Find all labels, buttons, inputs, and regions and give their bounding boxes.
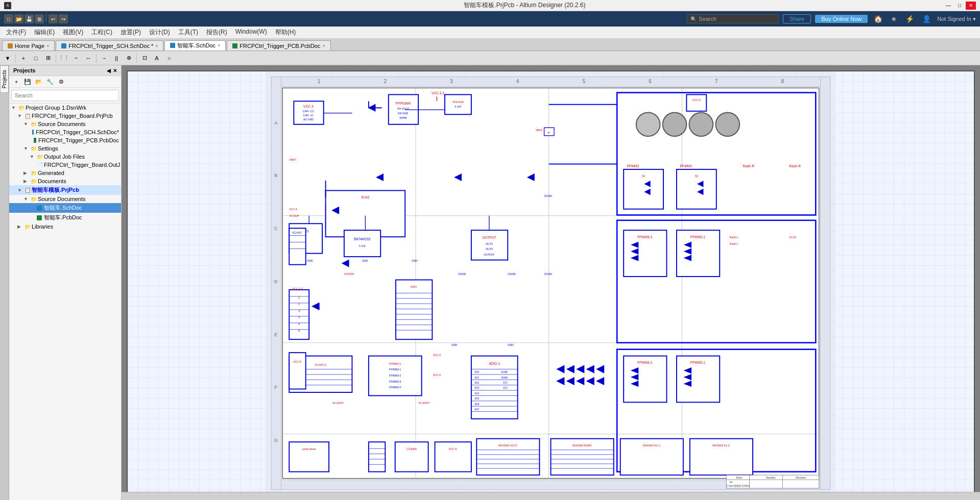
tree-icon-out1: 📁 bbox=[37, 154, 43, 160]
sch-tb-btn-10[interactable]: ⊡ bbox=[139, 53, 150, 63]
svg-text:VCC-5: VCC-5 bbox=[289, 208, 297, 211]
menu-item-e[interactable]: 编辑(E) bbox=[30, 27, 59, 38]
sch-tb-btn-4[interactable]: ⋮⋮ bbox=[58, 53, 69, 63]
tree-item-doc1[interactable]: ▶📁 Documents bbox=[9, 177, 121, 185]
tab-close-pcb_trigger[interactable]: × bbox=[322, 43, 325, 48]
tree-item-out1[interactable]: ▼📁 Output Job Files bbox=[9, 153, 121, 161]
user-icon[interactable]: 👤 bbox=[920, 14, 933, 24]
sch-tb-btn-6[interactable]: ↔ bbox=[83, 53, 94, 63]
sch-tb-btn-1[interactable]: + bbox=[18, 53, 29, 63]
open-btn[interactable]: 📂 bbox=[14, 14, 23, 23]
home-icon[interactable]: 🏠 bbox=[872, 14, 885, 24]
sch-tb-btn-7[interactable]: → bbox=[99, 53, 110, 63]
panel-pin-btn[interactable]: ◀ bbox=[107, 68, 111, 73]
tab-sch_main[interactable]: 智能车.SchDoc× bbox=[164, 40, 226, 51]
menu-item-f[interactable]: 文件(F) bbox=[2, 27, 30, 38]
sch-tb-btn-5[interactable]: ~ bbox=[70, 53, 82, 63]
svg-text:TPS7A45: TPS7A45 bbox=[452, 101, 464, 104]
menu-item-p[interactable]: 放置(P) bbox=[116, 27, 145, 38]
sch-tb-btn-12[interactable]: ○ bbox=[163, 53, 175, 63]
tree-item-group1[interactable]: ▼📁 Project Group 1.DsnWrk bbox=[9, 104, 121, 112]
svg-text:AD5: AD5 bbox=[474, 397, 479, 400]
altium-logo: A bbox=[4, 2, 11, 9]
user-status[interactable]: Not Signed In ▾ bbox=[937, 16, 976, 22]
tab-pcb_trigger[interactable]: FRCPCtrl_Trigger_PCB.PcbDoc× bbox=[227, 40, 330, 51]
tree-arrow-proj2: ▼ bbox=[17, 188, 23, 193]
svg-text:VBAT-: VBAT- bbox=[289, 158, 297, 161]
panel-close-btn[interactable]: ✕ bbox=[113, 68, 117, 73]
save-btn[interactable]: 💾 bbox=[25, 14, 34, 23]
sch-tb-btn-11[interactable]: A bbox=[151, 53, 162, 63]
tab-home[interactable]: Home Page× bbox=[2, 40, 55, 51]
tree-label-gen1: Generated bbox=[38, 170, 64, 176]
menu-item-windoww[interactable]: Window(W) bbox=[231, 27, 271, 38]
tree-item-proj2[interactable]: ▼📋 智能车模板.PrjPcb bbox=[9, 185, 121, 195]
save-all-btn[interactable]: ⊞ bbox=[35, 14, 44, 23]
svg-text:OGND: OGND bbox=[544, 272, 553, 276]
menu-item-h[interactable]: 帮助(H) bbox=[271, 27, 300, 38]
svg-text:SCA KEY: SCA KEY bbox=[292, 232, 302, 234]
sch-tb-btn-0[interactable]: ▼ bbox=[2, 53, 13, 63]
svg-text:Y A B: Y A B bbox=[359, 244, 366, 247]
svg-text:7: 7 bbox=[715, 79, 718, 84]
tree-label-pcb2: 智能车.PcbDoc bbox=[44, 214, 82, 221]
tree-item-sch2[interactable]: 智能车.SchDoc bbox=[9, 203, 121, 213]
sheet-inner[interactable]: 1 2 3 4 5 6 7 8 A B C D E F G bbox=[128, 71, 974, 495]
tree-item-outf1[interactable]: 📄 FRCPCtrl_Trigger_Board.OutJ bbox=[9, 161, 121, 169]
buy-button[interactable]: Buy Online Now bbox=[815, 15, 868, 23]
menu-item-d[interactable]: 设计(D) bbox=[145, 27, 174, 38]
share-button[interactable]: Share bbox=[783, 14, 811, 23]
svg-text:AD7: AD7 bbox=[474, 408, 479, 411]
tab-close-sch_main[interactable]: × bbox=[218, 43, 220, 48]
redo-btn[interactable]: ↪ bbox=[59, 14, 68, 23]
svg-text:4: 4 bbox=[298, 316, 300, 319]
bookmark-icon[interactable]: ★ bbox=[889, 14, 899, 24]
left-vert-panel: Projects bbox=[0, 65, 9, 500]
svg-text:FPWM3-2: FPWM3-2 bbox=[389, 374, 401, 377]
projects-vert-tab[interactable]: Projects bbox=[0, 65, 9, 93]
tree-icon-proj2: 📋 bbox=[25, 187, 31, 193]
menu-item-t[interactable]: 工具(T) bbox=[174, 27, 202, 38]
lightning-icon[interactable]: ⚡ bbox=[903, 14, 916, 24]
tree-item-src2[interactable]: ▼📁 Source Documents bbox=[9, 195, 121, 203]
svg-text:C: C bbox=[274, 226, 278, 231]
tree-item-src1[interactable]: ▼📁 Source Documents bbox=[9, 120, 121, 128]
menu-item-v[interactable]: 视图(V) bbox=[59, 27, 87, 38]
new-doc-btn[interactable]: □ bbox=[4, 14, 13, 23]
window-title: 智能车模板.PrjPcb - Altium Designer (20.2.6) bbox=[106, 1, 943, 10]
add-item-btn[interactable]: + bbox=[11, 77, 21, 86]
svg-text:5: 5 bbox=[582, 79, 585, 84]
filter-btn[interactable]: 🔧 bbox=[45, 77, 55, 86]
tab-close-sch_trigger[interactable]: × bbox=[155, 43, 158, 48]
close-button[interactable]: ✕ bbox=[966, 2, 976, 10]
tree-item-gen1[interactable]: ▶📁 Generated bbox=[9, 169, 121, 177]
sch-tb-btn-2[interactable]: □ bbox=[30, 53, 41, 63]
tree-item-pcb2[interactable]: 智能车.PcbDoc bbox=[9, 213, 121, 222]
close-all-btn[interactable]: 📂 bbox=[34, 77, 44, 86]
settings-panel-btn[interactable]: ⚙ bbox=[56, 77, 66, 86]
schematic-sheet[interactable]: 1 2 3 4 5 6 7 8 A B C D E F G bbox=[127, 70, 975, 496]
tree-item-sch1[interactable]: FRCPCtrl_Trigger_SCH.SchDoc* bbox=[9, 128, 121, 136]
tab-sch_trigger[interactable]: FRCPCtrl_Trigger_SCH.SchDoc *× bbox=[56, 40, 163, 51]
tree-item-pcb1[interactable]: FRCPCtrl_Trigger_PCB.PcbDoc bbox=[9, 136, 121, 144]
top-search-box[interactable]: 🔍 Search bbox=[687, 14, 779, 23]
maximize-button[interactable]: □ bbox=[954, 2, 965, 10]
undo-btn[interactable]: ↩ bbox=[49, 14, 58, 23]
panel-search-input[interactable] bbox=[11, 90, 119, 101]
tree-icon-outf1: 📄 bbox=[37, 162, 43, 168]
svg-text:HEADER VCC2: HEADER VCC2 bbox=[498, 444, 517, 447]
tree-item-proj1[interactable]: ▼📋 FRCPCtrl_Trigger_Board.PrjPcb bbox=[9, 112, 121, 120]
sch-tb-btn-3[interactable]: ⊞ bbox=[42, 53, 54, 63]
minimize-button[interactable]: — bbox=[943, 2, 953, 10]
menu-item-r[interactable]: 报告(R) bbox=[202, 27, 231, 38]
sch-tb-sep-7 bbox=[96, 54, 97, 63]
tab-close-home[interactable]: × bbox=[46, 43, 49, 48]
tree-item-lib1[interactable]: ▶📁 Libraries bbox=[9, 222, 121, 231]
save-panel-btn[interactable]: 💾 bbox=[22, 77, 33, 86]
tree-label-proj2: 智能车模板.PrjPcb bbox=[32, 186, 79, 194]
tree-item-set1[interactable]: ▼📁 Settings bbox=[9, 144, 121, 153]
sch-tb-btn-9[interactable]: ⊕ bbox=[123, 53, 134, 63]
menu-item-c[interactable]: 工程(C) bbox=[87, 27, 116, 38]
svg-text:1: 1 bbox=[298, 296, 300, 299]
sch-tb-btn-8[interactable]: || bbox=[111, 53, 122, 63]
